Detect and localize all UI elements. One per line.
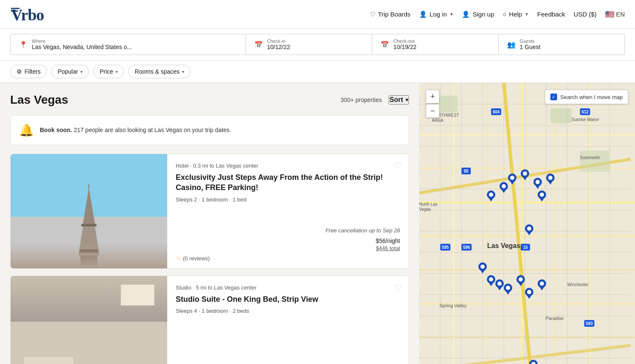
listing-image-1	[11, 154, 167, 268]
filters-label: Filters	[25, 68, 41, 75]
svg-point-94	[536, 180, 540, 184]
main-nav: ♡ Trip Boards 👤 Log in ▼ 👤 Sign up ○ Hel…	[370, 10, 625, 19]
filters-button[interactable]: ⚙ Filters	[10, 65, 47, 78]
svg-text:North Las: North Las	[419, 202, 437, 207]
listing-title-1: Exclusivity Just Steps Away From the Act…	[176, 172, 400, 193]
svg-point-121	[527, 290, 531, 294]
guests-field[interactable]: 👥 Guests 1 Guest	[499, 34, 625, 55]
rating-1: ☆ (0 reviews)	[176, 255, 400, 262]
trip-boards-label: Trip Boards	[378, 11, 411, 18]
rooms-filter-button[interactable]: Rooms & spaces ▾	[128, 65, 190, 78]
svg-rect-10	[419, 134, 635, 135]
flag-icon: 🇺🇸	[605, 10, 614, 19]
svg-rect-6	[81, 224, 97, 226]
trip-boards-link[interactable]: ♡ Trip Boards	[370, 11, 411, 18]
checkin-label: Check-in	[267, 39, 290, 44]
favorite-button-1[interactable]: ♡	[394, 161, 402, 171]
listing-image-2: Premier Host	[11, 276, 167, 364]
map-container[interactable]: Las Vegas Spring Valley Paradise NORTHWE…	[419, 83, 635, 364]
language-label: EN	[616, 11, 625, 18]
where-field-content: Where Las Vegas, Nevada, United States o…	[32, 39, 132, 50]
price-night-1: $56/night	[176, 235, 400, 245]
checkout-field-content: Check-out 10/19/22	[393, 39, 417, 50]
map-background: Las Vegas Spring Valley Paradise NORTHWE…	[419, 83, 635, 364]
popular-caret: ▾	[80, 69, 83, 74]
free-cancel-1: Free cancellation up to Sep 28	[176, 227, 400, 234]
search-when-move-toggle[interactable]: ✓ Search when I move map	[545, 90, 628, 104]
svg-point-85	[502, 184, 506, 188]
guests-value: 1 Guest	[520, 44, 541, 50]
svg-rect-53	[580, 151, 610, 172]
alert-icon: 🔔	[19, 123, 34, 137]
favorite-button-2[interactable]: ♡	[394, 283, 402, 293]
svg-text:Spring Valley: Spring Valley	[439, 303, 467, 308]
listing-type-1: Hotel · 0.3 mi to Las Vegas center	[176, 163, 400, 169]
svg-point-97	[548, 176, 552, 180]
alert-bold: Book soon.	[40, 127, 72, 133]
svg-rect-52	[550, 108, 572, 123]
listing-title-2: Studio Suite - One King Bed, Strip View	[176, 294, 400, 304]
svg-text:Las Vegas: Las Vegas	[487, 242, 520, 249]
feedback-link[interactable]: Feedback	[537, 11, 565, 18]
listing-details-2: Sleeps 4 · 1 bedroom · 2 beds	[176, 308, 400, 314]
listing-type-2: Studio · 5 mi to Las Vegas center	[176, 284, 400, 291]
sign-up-link[interactable]: 👤 Sign up	[462, 11, 494, 18]
svg-rect-14	[419, 269, 635, 270]
currency-selector[interactable]: USD ($)	[574, 11, 596, 18]
results-header: Las Vegas 300+ properties Sort ▾	[10, 93, 409, 107]
rooms-caret: ▾	[182, 69, 184, 74]
svg-text:Vegas: Vegas	[419, 207, 431, 212]
guests-label: Guests	[520, 39, 541, 44]
zoom-in-button[interactable]: +	[426, 90, 439, 103]
alert-box: 🔔 Book soon. 217 people are also looking…	[10, 115, 409, 145]
svg-text:596: 596	[463, 245, 470, 250]
svg-text:Sunrise Manor: Sunrise Manor	[572, 117, 599, 122]
svg-text:612: 612	[582, 110, 589, 114]
svg-point-103	[527, 226, 531, 231]
listing-card-2[interactable]: Premier Host ♡ Studio · 5 mi to Las Vega…	[10, 276, 409, 364]
price-amount-1: $56	[375, 237, 385, 244]
help-link[interactable]: ○ Help ▼	[502, 11, 529, 18]
log-in-caret: ▼	[450, 12, 454, 17]
price-filter-button[interactable]: Price ▾	[93, 65, 124, 78]
log-in-link[interactable]: 👤 Log in ▼	[419, 11, 454, 18]
svg-point-106	[480, 265, 485, 269]
checkin-field[interactable]: 📅 Check-in 10/12/22	[246, 34, 372, 55]
checkout-label: Check-out	[393, 39, 417, 44]
checkout-calendar-icon: 📅	[381, 41, 389, 49]
svg-point-115	[506, 286, 510, 290]
search-bar: 📍 Where Las Vegas, Nevada, United States…	[0, 29, 635, 61]
svg-text:604: 604	[493, 110, 500, 114]
listing-price-1: Free cancellation up to Sep 28 $56/night…	[176, 227, 400, 251]
logo[interactable]: Vrbo	[10, 5, 48, 24]
main-layout: Las Vegas 300+ properties Sort ▾ 🔔 Book …	[0, 83, 635, 364]
currency-label: USD ($)	[574, 11, 596, 18]
zoom-out-button[interactable]: −	[426, 104, 439, 118]
page-title: Las Vegas	[10, 93, 68, 107]
listing-info-1: ♡ Hotel · 0.3 mi to Las Vegas center Exc…	[167, 154, 409, 268]
svg-text:595: 595	[442, 245, 449, 250]
svg-text:Winchester: Winchester	[567, 282, 589, 287]
checkout-value: 10/19/22	[393, 44, 417, 50]
popular-filter-button[interactable]: Popular ▾	[51, 65, 89, 78]
guests-icon: 👥	[507, 41, 516, 49]
svg-point-112	[497, 281, 502, 286]
location-icon: 📍	[19, 41, 28, 49]
filters-bar: ⚙ Filters Popular ▾ Price ▾ Rooms & spac…	[0, 61, 635, 83]
where-label: Where	[32, 39, 132, 44]
svg-text:AREA: AREA	[432, 118, 444, 123]
checkout-field[interactable]: 📅 Check-out 10/19/22	[372, 34, 498, 55]
listing-card[interactable]: ♡ Hotel · 0.3 mi to Las Vegas center Exc…	[10, 154, 409, 269]
svg-text:Summerlin: Summerlin	[580, 155, 600, 160]
where-field[interactable]: 📍 Where Las Vegas, Nevada, United States…	[10, 34, 246, 55]
properties-count: 300+ properties	[340, 97, 382, 103]
language-selector[interactable]: 🇺🇸 EN	[605, 10, 625, 19]
checkin-field-content: Check-in 10/12/22	[267, 39, 290, 50]
svg-rect-12	[419, 201, 635, 204]
zoom-out-label: −	[431, 107, 435, 116]
svg-point-118	[519, 277, 523, 281]
sort-button[interactable]: Sort ▾	[389, 95, 409, 105]
checkbox-icon: ✓	[550, 94, 557, 100]
alert-rest: 217 people are also looking at Las Vegas…	[74, 127, 231, 133]
heart-icon: ♡	[370, 11, 375, 18]
